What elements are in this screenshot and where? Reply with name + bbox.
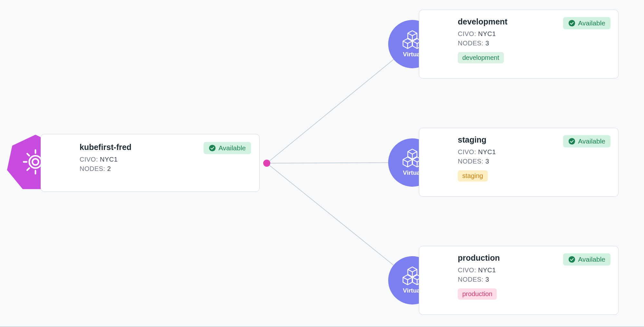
nodes-value: 3 [485,158,489,165]
check-circle-icon [209,145,216,152]
svg-point-5 [29,156,42,168]
status-badge: Available [563,17,610,29]
root-status-badge: Available [204,142,251,154]
status-text: Available [578,137,605,145]
status-badge: Available [563,135,610,147]
status-text: Available [578,19,605,27]
nodes-row: NODES: 3 [458,40,610,47]
nodes-row: NODES: 3 [458,276,610,283]
nodes-label: NODES: [458,40,484,47]
provider-value: NYC1 [478,148,496,155]
root-status-text: Available [218,144,246,152]
nodes-row: NODES: 3 [458,158,610,165]
provider-value: NYC1 [478,30,496,37]
status-badge: Available [563,253,610,266]
provider-label: CIVO: [458,30,476,37]
cluster-card-production[interactable]: production CIVO: NYC1 NODES: 3 productio… [419,246,619,315]
svg-point-6 [209,145,216,151]
status-text: Available [578,256,605,263]
provider-label: CIVO: [458,148,476,155]
svg-line-2 [267,163,412,280]
connection-hub-dot [263,160,270,167]
check-circle-icon [568,20,575,27]
env-tag-production: production [458,288,497,300]
check-circle-icon [568,138,575,145]
svg-point-9 [569,256,575,263]
svg-point-4 [32,159,38,165]
cluster-topology-canvas: kubefirst-fred CIVO: NYC1 NODES: 2 Avail… [0,0,644,327]
provider-row: CIVO: NYC1 [458,266,610,274]
provider-label: CIVO: [458,266,476,274]
root-provider-label: CIVO: [80,156,98,163]
provider-row: CIVO: NYC1 [458,148,610,156]
root-provider-row: CIVO: NYC1 [80,156,250,163]
nodes-label: NODES: [458,158,484,165]
svg-point-8 [569,138,575,145]
nodes-label: NODES: [458,276,484,283]
nodes-value: 3 [485,40,489,47]
provider-value: NYC1 [478,266,496,274]
svg-line-0 [267,44,412,163]
env-tag-development: development [458,52,504,63]
cluster-card-staging[interactable]: staging CIVO: NYC1 NODES: 3 staging Avai… [419,128,619,197]
env-tag-staging: staging [458,170,488,182]
root-nodes-row: NODES: 2 [80,165,250,173]
provider-row: CIVO: NYC1 [458,30,610,38]
check-circle-icon [568,256,575,263]
cluster-card-development[interactable]: development CIVO: NYC1 NODES: 3 developm… [419,10,619,79]
root-nodes-value: 2 [107,165,111,172]
root-provider-value: NYC1 [100,156,118,163]
nodes-value: 3 [485,276,489,283]
root-nodes-label: NODES: [80,165,105,172]
root-cluster-card[interactable]: kubefirst-fred CIVO: NYC1 NODES: 2 Avail… [41,134,260,192]
svg-point-7 [569,20,575,26]
